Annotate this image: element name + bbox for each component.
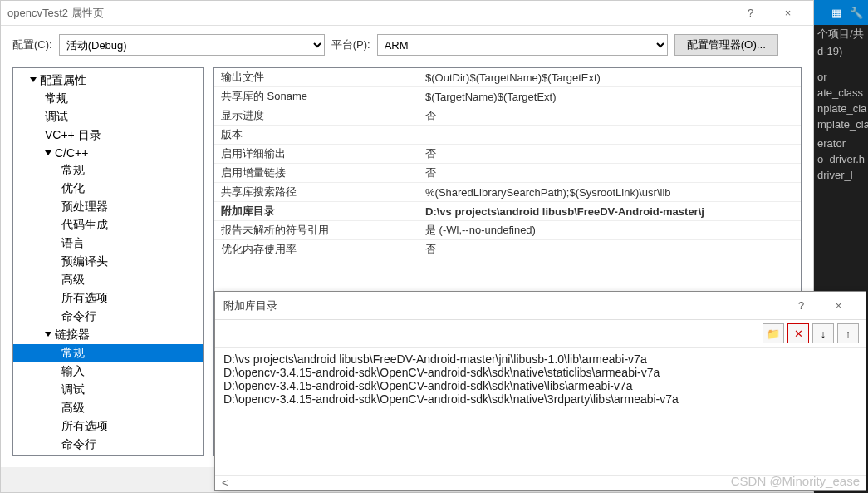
property-value[interactable]: 否: [419, 145, 801, 163]
config-label: 配置(C):: [12, 37, 52, 52]
tree-root[interactable]: 配置属性: [13, 71, 203, 90]
popup-body[interactable]: D:\vs projects\android libusb\FreeDV-And…: [215, 348, 866, 475]
editor-line: erator: [814, 136, 868, 151]
property-value[interactable]: $(TargetName)$(TargetExt): [419, 89, 801, 105]
property-row[interactable]: 共享库搜索路径%(SharedLibrarySearchPath);$(Sysr…: [214, 183, 801, 202]
tree-linker-item[interactable]: 输入: [13, 362, 203, 381]
move-up-icon[interactable]: ↑: [837, 323, 859, 343]
property-name: 共享库搜索路径: [214, 183, 419, 201]
tree-debug[interactable]: 调试: [13, 108, 203, 126]
tree-linker-item[interactable]: 常规: [13, 344, 203, 362]
additional-lib-dirs-popup: 附加库目录 ? × 📁 ✕ ↓ ↑ D:\vs projects\android…: [214, 291, 866, 491]
property-name: 附加库目录: [214, 202, 419, 220]
property-value[interactable]: D:\vs projects\android libusb\FreeDV-And…: [419, 204, 801, 219]
close-button[interactable]: ×: [769, 1, 807, 26]
property-row[interactable]: 输出文件$(OutDir)$(TargetName)$(TargetExt): [214, 68, 801, 87]
property-row[interactable]: 共享库的 Soname$(TargetName)$(TargetExt): [214, 87, 801, 106]
editor-line: o_driver.h: [814, 151, 868, 167]
horizontal-scrollbar[interactable]: <: [215, 475, 866, 490]
editor-line: nplate_cla: [814, 101, 868, 116]
popup-toolbar: 📁 ✕ ↓ ↑: [215, 320, 866, 348]
tree-cpp-item[interactable]: 代码生成: [13, 216, 203, 234]
property-row[interactable]: 附加库目录D:\vs projects\android libusb\FreeD…: [214, 202, 801, 221]
property-value[interactable]: [419, 133, 801, 136]
tree-linker-item[interactable]: 命令行: [13, 436, 203, 454]
editor-line: 个项目/共: [814, 25, 868, 43]
property-row[interactable]: 启用增量链接否: [214, 164, 801, 183]
editor-line: d-19): [814, 43, 868, 59]
platform-label: 平台(P):: [331, 37, 370, 52]
tree-general[interactable]: 常规: [13, 90, 203, 108]
wrench-icon[interactable]: 🔧: [848, 4, 865, 21]
new-folder-icon[interactable]: 📁: [763, 323, 784, 343]
tree-linker-item[interactable]: 高级: [13, 399, 203, 417]
tree-cpp-item[interactable]: 预处理器: [13, 198, 203, 216]
property-value[interactable]: 否: [419, 106, 801, 125]
tree-cpp[interactable]: C/C++: [13, 145, 203, 161]
tree-vcdirs[interactable]: VC++ 目录: [13, 126, 203, 145]
titlebar: opencvTest2 属性页 ? ×: [1, 1, 813, 26]
popup-titlebar: 附加库目录 ? ×: [215, 292, 866, 320]
property-name: 报告未解析的符号引用: [214, 221, 419, 239]
tree-cpp-item[interactable]: 常规: [13, 161, 203, 180]
property-value[interactable]: 是 (-Wl,--no-undefined): [419, 221, 801, 239]
category-tree[interactable]: 配置属性 常规 调试 VC++ 目录 C/C++ 常规优化预处理器代码生成语言预…: [12, 67, 204, 456]
editor-line: or: [814, 69, 868, 85]
platform-select[interactable]: ARM: [377, 34, 668, 56]
property-row[interactable]: 优化内存使用率否: [214, 240, 801, 259]
tree-cpp-item[interactable]: 语言: [13, 234, 203, 253]
property-row[interactable]: 版本: [214, 126, 801, 145]
property-value[interactable]: $(OutDir)$(TargetName)$(TargetExt): [419, 70, 801, 86]
tree-linker[interactable]: 链接器: [13, 326, 203, 344]
popup-close-button[interactable]: ×: [820, 293, 857, 318]
delete-icon[interactable]: ✕: [787, 323, 809, 343]
property-row[interactable]: 启用详细输出否: [214, 145, 801, 164]
config-select[interactable]: 活动(Debug): [59, 34, 325, 56]
editor-line: driver_l: [814, 167, 868, 183]
help-button[interactable]: ?: [732, 1, 769, 26]
property-row[interactable]: 显示进度否: [214, 106, 801, 126]
path-entry[interactable]: D:\opencv-3.4.15-android-sdk\OpenCV-andr…: [223, 379, 857, 392]
property-name: 启用增量链接: [214, 164, 419, 182]
property-value[interactable]: %(SharedLibrarySearchPath);$(SysrootLink…: [419, 185, 801, 200]
property-value[interactable]: 否: [419, 240, 801, 259]
property-name: 输出文件: [214, 68, 419, 86]
property-name: 启用详细输出: [214, 145, 419, 163]
popup-help-button[interactable]: ?: [782, 293, 820, 318]
path-entry[interactable]: D:\opencv-3.4.15-android-sdk\OpenCV-andr…: [223, 366, 857, 379]
editor-line: mplate_cla: [814, 116, 868, 132]
tree-linker-item[interactable]: 所有选项: [13, 417, 203, 436]
property-name: 显示进度: [214, 106, 419, 125]
save-all-icon[interactable]: ▦: [828, 4, 845, 21]
path-entry[interactable]: D:\vs projects\android libusb\FreeDV-And…: [223, 352, 857, 366]
tree-cpp-item[interactable]: 优化: [13, 180, 203, 198]
window-title: opencvTest2 属性页: [7, 6, 104, 21]
config-row: 配置(C): 活动(Debug) 平台(P): ARM 配置管理器(O)...: [1, 26, 813, 67]
editor-line: ate_class: [814, 85, 868, 101]
tree-cpp-item[interactable]: 所有选项: [13, 289, 203, 308]
property-name: 优化内存使用率: [214, 240, 419, 259]
tree-cpp-item[interactable]: 高级: [13, 271, 203, 289]
property-name: 版本: [214, 126, 419, 144]
tree-cpp-item[interactable]: 预编译头: [13, 253, 203, 271]
tree-cpp-item[interactable]: 命令行: [13, 308, 203, 326]
property-value[interactable]: 否: [419, 164, 801, 182]
move-down-icon[interactable]: ↓: [812, 323, 834, 343]
property-row[interactable]: 报告未解析的符号引用是 (-Wl,--no-undefined): [214, 221, 801, 240]
path-entry[interactable]: D:\opencv-3.4.15-android-sdk\OpenCV-andr…: [223, 392, 857, 406]
tree-linker-item[interactable]: 调试: [13, 381, 203, 399]
property-name: 共享库的 Soname: [214, 87, 419, 106]
dark-toolbar: ▦ 🔧: [814, 0, 868, 25]
tree-build-events[interactable]: 生成事件: [13, 454, 203, 456]
popup-title: 附加库目录: [223, 298, 277, 313]
config-manager-button[interactable]: 配置管理器(O)...: [674, 34, 778, 56]
